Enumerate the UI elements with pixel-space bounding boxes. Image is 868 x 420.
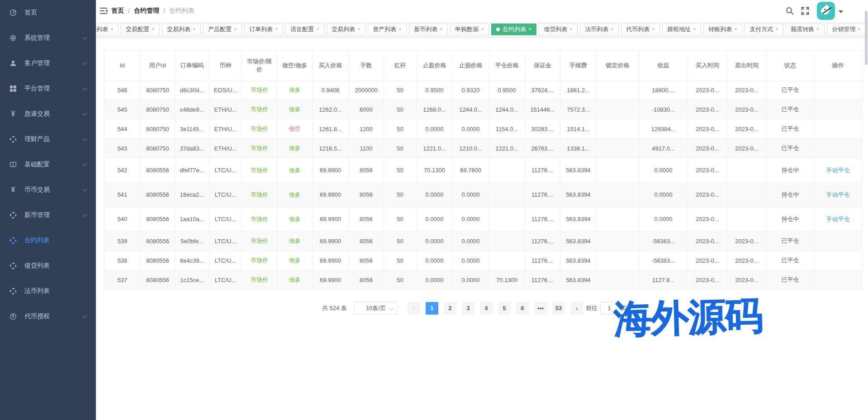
sidebar-item-label: 系统管理 (24, 34, 83, 42)
close-icon[interactable]: × (234, 25, 237, 34)
cell: 50 (384, 231, 417, 251)
book-icon (9, 160, 17, 169)
cell: 2023-0... (688, 251, 727, 270)
tab-法币列表-12[interactable]: 法币列表× (580, 24, 619, 35)
cell: 18800.... (639, 80, 688, 100)
manual-close-link[interactable]: 手动平仓 (826, 167, 850, 174)
page-button-6[interactable]: 6 (516, 302, 529, 315)
sidebar-item-7[interactable]: ¥币币交易 (0, 177, 96, 203)
close-icon[interactable]: × (776, 25, 778, 34)
tab-分销管理-18[interactable]: 分销管理× (827, 24, 866, 35)
scrollbar-thumb[interactable] (865, 11, 868, 65)
prev-page-button[interactable]: ‹ (408, 302, 420, 315)
close-icon[interactable]: × (193, 25, 196, 34)
page-button-1[interactable]: 1 (426, 302, 438, 315)
close-icon[interactable]: × (111, 25, 114, 34)
table-row-539: 53980805565e0bfe...LTC/U...市场价做多69.99008… (104, 231, 862, 251)
close-icon[interactable]: × (440, 25, 443, 34)
close-icon[interactable]: × (399, 25, 402, 34)
close-icon[interactable]: × (317, 25, 319, 34)
manual-close-link[interactable]: 手动平仓 (826, 216, 850, 222)
sidebar-item-5[interactable]: 理财产品 (0, 127, 96, 152)
avatar[interactable] (817, 2, 835, 20)
page-button-4[interactable]: 4 (480, 302, 493, 315)
close-icon[interactable]: × (652, 25, 655, 34)
cell: 手动平仓 (814, 207, 862, 231)
sidebar-item-4[interactable]: ¥急速交易 (0, 101, 96, 127)
breadcrumb-item-1[interactable]: 合约管理 (134, 7, 159, 15)
column-header-4: 市场价/限价 (242, 51, 277, 80)
close-icon[interactable]: × (858, 25, 861, 34)
page-button-53[interactable]: 53 (552, 302, 565, 315)
close-icon[interactable]: × (275, 25, 278, 34)
sidebar-item-10[interactable]: 借贷列表 (0, 253, 96, 278)
page-button-2[interactable]: 2 (444, 302, 456, 315)
sidebar-item-9[interactable]: 合约列表 (0, 228, 96, 253)
tab-额度转换-17[interactable]: 额度转换× (786, 24, 825, 35)
jump-label: 前往 (586, 304, 598, 312)
cell: 8080556 (141, 231, 175, 251)
tab-转账列表-15[interactable]: 转账列表× (703, 24, 742, 35)
close-icon[interactable]: × (817, 25, 820, 34)
table-row-545: 5458080750c48de9...ETH/U...市场价做多1262.0..… (104, 100, 862, 119)
sidebar-item-8[interactable]: 新币管理 (0, 203, 96, 228)
next-page-button[interactable]: › (570, 302, 583, 315)
search-icon[interactable] (785, 6, 794, 15)
close-icon[interactable]: × (693, 25, 696, 34)
close-icon[interactable]: × (735, 25, 737, 34)
page-button-5[interactable]: 5 (498, 302, 511, 315)
tab-交易列表-6[interactable]: 交易列表× (327, 24, 365, 35)
tab-币种列表-0[interactable]: 币种列表× (96, 24, 119, 35)
close-icon[interactable]: × (152, 25, 155, 34)
close-icon[interactable]: × (481, 25, 484, 34)
column-header-17: 卖出时间 (727, 51, 767, 80)
tab-资产列表-7[interactable]: 资产列表× (368, 24, 407, 35)
tab-label: 语言配置 (290, 24, 314, 35)
cell: 50 (384, 100, 417, 119)
manual-close-link[interactable]: 手动平仓 (826, 191, 850, 198)
sidebar-item-12[interactable]: 代币授权 (0, 304, 96, 329)
hamburger-icon[interactable] (100, 6, 109, 15)
cell: 已平仓 (767, 100, 814, 119)
tab-申购数据-9[interactable]: 申购数据× (450, 24, 489, 35)
tab-代币列表-13[interactable]: 代币列表× (621, 24, 660, 35)
close-icon[interactable]: × (529, 25, 531, 34)
tab-label: 分销管理 (832, 24, 855, 35)
column-header-14: 锁定价格 (597, 51, 639, 80)
tab-交易配置-1[interactable]: 交易配置× (121, 24, 160, 35)
page-size-select[interactable]: 10条/页 (354, 302, 398, 315)
tab-借贷列表-11[interactable]: 借贷列表× (539, 24, 578, 35)
page-size-value: 10条/页 (366, 304, 386, 312)
sidebar-item-2[interactable]: 客户管理 (0, 51, 96, 76)
tab-交易列表-2[interactable]: 交易列表× (162, 24, 201, 35)
table-row-541: 541808055616eca2...LTC/U...市场价做多69.99008… (104, 183, 862, 207)
cell: 30283.... (525, 119, 560, 139)
sidebar-item-3[interactable]: 平台管理 (0, 76, 96, 101)
tab-合约列表-10[interactable]: 合约列表× (491, 24, 536, 35)
close-icon[interactable]: × (570, 25, 573, 34)
tab-支付方式-16[interactable]: 支付方式× (745, 24, 783, 35)
close-icon[interactable]: × (358, 25, 360, 34)
sidebar-item-6[interactable]: 基础配置 (0, 152, 96, 177)
tab-产品配置-3[interactable]: 产品配置× (203, 24, 242, 35)
close-icon[interactable]: × (611, 25, 614, 34)
caret-down-icon[interactable] (839, 10, 843, 13)
page-button-•••[interactable]: ••• (534, 302, 547, 315)
sidebar-item-0[interactable]: 首页 (0, 0, 96, 25)
tab-授权地址-14[interactable]: 授权地址× (662, 24, 701, 35)
tab-语言配置-5[interactable]: 语言配置× (285, 24, 324, 35)
sidebar-item-11[interactable]: 法币列表 (0, 278, 96, 304)
page-button-3[interactable]: 3 (462, 302, 474, 315)
sidebar-item-label: 新币管理 (24, 211, 83, 219)
tab-新币列表-8[interactable]: 新币列表× (409, 24, 448, 35)
fullscreen-icon[interactable] (801, 6, 810, 15)
tab-订单列表-4[interactable]: 订单列表× (244, 24, 283, 35)
chevron-down-icon (82, 111, 87, 115)
sidebar-item-1[interactable]: 系统管理 (0, 25, 96, 51)
cell: 1aa10a... (175, 207, 209, 231)
cell: 540 (104, 207, 141, 231)
cell: 538 (104, 251, 141, 270)
column-header-16: 买入时间 (688, 51, 727, 80)
component-icon (9, 135, 17, 143)
breadcrumb-item-0[interactable]: 首页 (111, 7, 124, 15)
